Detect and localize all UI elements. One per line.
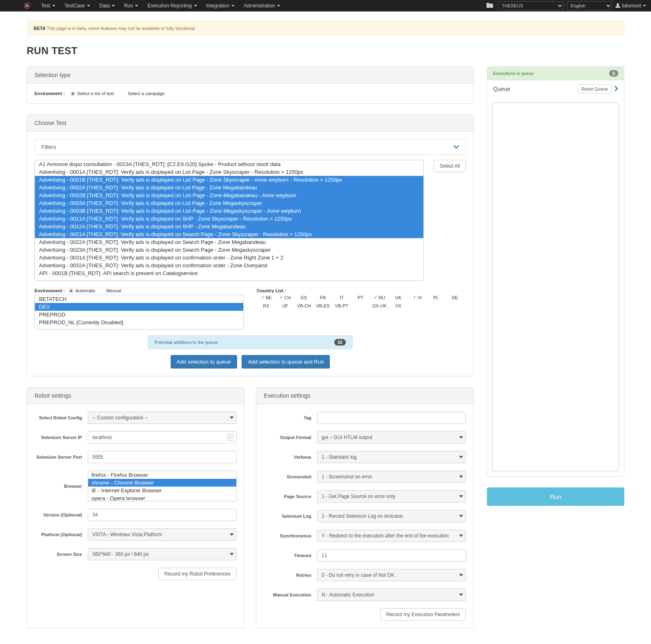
output-format-select[interactable]: gui – GUI HTLM output: [317, 431, 466, 444]
country-checkbox[interactable]: ES: [295, 295, 313, 300]
radio-automatic[interactable]: Automatic: [69, 288, 96, 293]
country-checkbox[interactable]: ✓VI: [408, 295, 427, 300]
country-checkbox[interactable]: VX: [389, 303, 408, 308]
chevron-right-icon[interactable]: [614, 86, 618, 93]
radio-manual[interactable]: Manual: [106, 288, 121, 293]
test-list-item[interactable]: Advertising - 0021A [THES_RDT]: Verify a…: [35, 230, 423, 238]
nav-testcase[interactable]: TestCase: [60, 3, 95, 9]
potential-additions-bar: Potential additions to the queue 32: [148, 335, 353, 349]
radio-list-of-test[interactable]: Select a list of test: [71, 91, 114, 96]
robot-config-select[interactable]: -- Custom configuration --: [88, 412, 237, 424]
nav-execution-reporting[interactable]: Execution Reporting: [143, 3, 201, 9]
screenshot-select[interactable]: 1 - Screenshot on error: [317, 471, 466, 483]
selenium-port-input[interactable]: [88, 451, 237, 463]
record-exec-params-button[interactable]: Record my Execution Parameters: [380, 608, 466, 621]
test-list-item[interactable]: Advertising - 0001B [THES_RDT]: Verify a…: [35, 176, 423, 184]
env-list-item[interactable]: BETATECH: [35, 295, 243, 303]
run-button[interactable]: Run: [487, 487, 624, 506]
queue-label: Queue: [493, 86, 510, 92]
caret-icon: [52, 5, 55, 7]
browser-list-item[interactable]: IE - Internet Explorer Browser: [88, 487, 236, 494]
selenium-ip-input[interactable]: [88, 431, 237, 444]
test-list-item[interactable]: Advertising - 0002B [THES_RDT]: Verify a…: [35, 191, 423, 199]
test-list-item[interactable]: Advertising - 0032A [THES_RDT]: Verify a…: [35, 262, 423, 269]
env-list-item[interactable]: DEV: [35, 303, 243, 311]
country-checkbox[interactable]: UK: [389, 295, 408, 300]
queue-list: [492, 102, 619, 471]
browser-list-item[interactable]: chrome - Chrome Browser: [88, 479, 236, 487]
country-checkbox[interactable]: VB-ES: [313, 303, 332, 308]
country-checkbox[interactable]: ✓BE: [257, 295, 276, 300]
test-list-item[interactable]: Advertising - 0003B [THES_RDT]: Verify a…: [35, 207, 423, 215]
select-all-button[interactable]: Select All: [434, 160, 466, 172]
svg-point-1: [26, 5, 28, 7]
potential-count-badge: 32: [334, 339, 346, 346]
env-list[interactable]: BETATECHDEVPREPRODPREPROD_NL [Currently …: [34, 295, 244, 330]
country-checkbox[interactable]: IT: [332, 295, 351, 300]
retries-label: Retries: [264, 573, 317, 578]
robot-settings-panel: Robot settings Select Robot Config-- Cus…: [27, 387, 244, 628]
radio-campaign[interactable]: Select a campaign: [128, 91, 165, 96]
sync-select[interactable]: Y - Redirect to the execution after the …: [317, 530, 466, 542]
pagesource-select[interactable]: 1 - Get Page Source on error only: [317, 490, 466, 503]
manual-exec-select[interactable]: N - Automatic Execution: [317, 589, 466, 601]
country-checkbox[interactable]: VB-PT: [332, 303, 351, 308]
browser-list-item[interactable]: opera - Opera browser: [88, 494, 236, 501]
test-list-item[interactable]: Advertising - 0023A [THES_RDT]: Verify a…: [35, 246, 423, 254]
country-checkbox[interactable]: FR: [313, 295, 332, 300]
test-list-item[interactable]: Advertising - 0011A [THES_RDT]: Verify a…: [35, 215, 423, 223]
country-checkbox[interactable]: ✓RU: [370, 295, 389, 300]
test-list-item[interactable]: Advertising - 0003A [THES_RDT]: Verify a…: [35, 199, 423, 207]
country-checkbox[interactable]: UF: [276, 303, 295, 308]
reset-queue-button[interactable]: Reset Queue: [578, 84, 612, 93]
screen-size-select[interactable]: 360*640 - 360 px / 640 px: [88, 548, 237, 560]
test-list-item[interactable]: A1 Annonce dispo consultation - 0023A [T…: [35, 160, 423, 168]
record-robot-prefs-button[interactable]: Record my Robot Preferences: [158, 568, 237, 580]
user-menu[interactable]: bdumont: [615, 3, 646, 9]
browser-list[interactable]: firefox - Firefox Browserchrome - Chrome…: [88, 471, 237, 501]
output-format-label: Output Format: [264, 435, 317, 440]
filters-toggle[interactable]: Filters: [34, 139, 466, 155]
add-to-queue-and-run-button[interactable]: Add selection to queue and Run: [242, 355, 330, 369]
executions-in-queue-heading: Executions in queue 0: [487, 67, 624, 80]
test-list-item[interactable]: Advertising - 0031A [THES_RDT]: Verify a…: [35, 254, 423, 262]
language-select[interactable]: English: [567, 1, 612, 10]
verbose-label: Verbose: [264, 455, 317, 460]
test-list-item[interactable]: Advertising - 0002A [THES_RDT]: Verify a…: [35, 184, 423, 191]
selenium-log-select[interactable]: 2 - Record Selenium Log on testcase: [317, 510, 466, 522]
tag-input[interactable]: [317, 412, 466, 424]
country-checkbox[interactable]: ✓CH: [276, 295, 295, 300]
nav-test[interactable]: Test: [37, 3, 60, 9]
country-checkbox[interactable]: VB-CH: [295, 303, 313, 308]
nav-administration[interactable]: Administration: [239, 3, 285, 9]
country-checkbox[interactable]: PL: [427, 295, 445, 300]
test-list[interactable]: A1 Annonce dispo consultation - 0023A [T…: [34, 160, 424, 281]
test-list-item[interactable]: Advertising - 0012A [THES_RDT]: Verify a…: [35, 223, 423, 230]
country-checkbox[interactable]: DX-UK: [370, 303, 389, 308]
verbose-select[interactable]: 1 - Standard log: [317, 451, 466, 463]
folder-icon[interactable]: [487, 3, 493, 9]
platform-select[interactable]: VISTA - Windows Vista Platform: [88, 528, 237, 541]
country-checkbox[interactable]: DE: [445, 295, 464, 300]
test-list-item[interactable]: API - 0001B [THES_RDT]: API search is pr…: [35, 269, 423, 277]
execution-settings-panel: Execution settings Tag Output Formatgui …: [256, 387, 474, 628]
browser-list-item[interactable]: firefox - Firefox Browser: [88, 471, 236, 479]
country-checkbox[interactable]: PT: [351, 295, 370, 300]
retries-select[interactable]: 0 - Do not retry in case of Not OK: [317, 569, 466, 581]
country-list-label: Country List :: [257, 288, 466, 293]
env-list-item[interactable]: PREPROD: [35, 311, 243, 319]
nav-run[interactable]: Run: [119, 3, 143, 9]
app-logo: [23, 2, 31, 9]
test-list-item[interactable]: Advertising - 0022A [THES_RDT]: Verify a…: [35, 238, 423, 246]
country-grid: ✓BE✓CHESFRITPT✓RUUK✓VIPLDERXUFVB-CHVB-ES…: [257, 295, 466, 308]
caret-icon: [135, 5, 138, 7]
add-to-queue-button[interactable]: Add selection to queue: [171, 355, 237, 369]
nav-integration[interactable]: Integration: [202, 3, 240, 9]
timeout-input[interactable]: [317, 549, 466, 562]
env-list-item[interactable]: PREPROD_NL [Currently Disabled]: [35, 319, 243, 326]
test-list-item[interactable]: Advertising - 0001A [THES_RDT]: Verify a…: [35, 168, 423, 176]
country-checkbox[interactable]: RX: [257, 303, 276, 308]
system-select[interactable]: THESEUS: [498, 1, 564, 10]
nav-data[interactable]: Data: [95, 3, 119, 9]
version-input[interactable]: [88, 509, 237, 521]
